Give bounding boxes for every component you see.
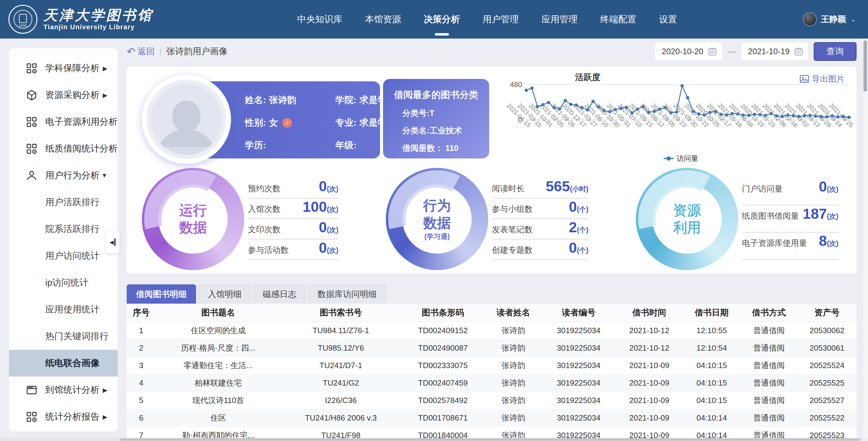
calendar-icon (794, 47, 803, 56)
stat-rings-row: 运行数据预约次数0(次)入馆次数100(次)文印次数0(次)参与活动数0(次)行… (142, 166, 838, 272)
library-logo[interactable]: 1895 天津大学图书馆 Tianjin University Library (8, 5, 153, 34)
table-cell: TU984.11/Z76-1 (281, 322, 401, 339)
chevron-right-icon: ▶ (103, 413, 107, 420)
query-button[interactable]: 查询 (814, 42, 857, 61)
stat-row-3: 电子资源库使用量8(次) (742, 233, 838, 260)
ring-label: 行为数据(学习通) (386, 168, 488, 270)
nav-item-1[interactable]: 中央知识库 (297, 0, 342, 39)
stat-value: 187(次) (803, 205, 838, 222)
nav-item-5[interactable]: 应用管理 (541, 0, 578, 39)
table-cell: TU241/G2 (281, 374, 401, 392)
profile-field-label: 年级: (335, 139, 356, 151)
table-cell: 普通借阅 (740, 339, 798, 357)
chevron-right-icon: ▶ (103, 386, 107, 394)
sidebar-subitem-4[interactable]: ip访问统计 (9, 269, 118, 296)
table-row: 5现代汉诗110首I226/C36TD002578492张诗韵301922503… (127, 392, 857, 409)
back-button[interactable]: ↶ 返回 (127, 46, 155, 57)
cube-icon (25, 89, 38, 102)
table-cell: 6 (127, 409, 156, 427)
table-cell: 张诗韵 (485, 322, 542, 339)
sidebar-subitem-1[interactable]: 用户活跃排行 (9, 189, 118, 216)
stat-label: 入馆次数 (248, 204, 280, 214)
stat-label: 发表笔记数 (492, 224, 533, 235)
table-cell: 3019225034 (542, 392, 616, 409)
profile-field-value: 女 (269, 116, 278, 129)
ring-label-line1: 资源 (673, 202, 701, 219)
nav-item-2[interactable]: 本馆资源 (365, 0, 401, 39)
tab-3[interactable]: 磁感日志 (253, 284, 306, 304)
vertical-scrollbar[interactable] (863, 39, 868, 438)
stat-unit: (次) (327, 226, 338, 234)
table-cell: TD002578492 (401, 392, 485, 409)
table-row: 3零通勤住宅：生活...TU241/D7-1TD002333075张诗韵3019… (127, 357, 857, 374)
column-header: 读者编号 (542, 304, 616, 322)
stat-unit: (次) (827, 212, 838, 220)
nav-item-4[interactable]: 用户管理 (483, 0, 519, 39)
stat-row-1: 阅读时长565(小时) (492, 178, 588, 199)
stat-unit: (次) (327, 246, 338, 254)
sidebar: 学科保障分析▶资源采购分析▶电子资源利用分析▶纸质借阅统计分析▶用户行为分析▼用… (9, 48, 118, 431)
nav-item-7[interactable]: 设置 (659, 0, 677, 39)
table-cell: 普通借阅 (740, 357, 798, 374)
table-cell: I226/C36 (281, 392, 401, 409)
table-cell: TD002409152 (401, 322, 485, 339)
logo-title: 天津大学图书馆 (43, 7, 153, 23)
table-cell: 普通借阅 (740, 392, 798, 409)
stat-label: 参与活动数 (248, 245, 289, 256)
sidebar-subitem-6[interactable]: 热门关键词排行 (9, 323, 118, 350)
sidebar-collapse-handle[interactable]: ◀ (105, 231, 119, 253)
sidebar-item-label: 学科保障分析 (45, 62, 103, 74)
ring-note: (学习通) (424, 232, 450, 241)
sidebar-item-4[interactable]: 纸质借阅统计分析▶ (9, 135, 118, 162)
legend-item-visits[interactable]: 访问量 (505, 154, 857, 163)
end-date-value: 2021-10-19 (748, 47, 789, 56)
collapse-arrow-icon: ◀ (110, 239, 114, 245)
table-cell: 2 (127, 339, 156, 357)
table-cell: 住区空间的生成 (156, 322, 280, 339)
sidebar-item-6[interactable]: 到馆统计分析▶ (9, 377, 118, 403)
calendar-icon (708, 47, 717, 56)
sidebar-item-7[interactable]: 统计分析报告▶ (9, 403, 118, 430)
table-cell: 柏林联建住宅 (156, 374, 280, 392)
tab-4[interactable]: 数据库访问明细 (308, 284, 386, 304)
sidebar-item-2[interactable]: 资源采购分析▶ (9, 81, 118, 108)
vertical-scrollbar-thumb[interactable] (864, 40, 867, 92)
end-date-input[interactable]: 2021-10-19 (741, 42, 808, 61)
activity-chart-block: 活跃度 48002021-04-152021-03-152021-10-0120… (505, 67, 857, 168)
tab-2[interactable]: 入馆明细 (198, 284, 251, 304)
user-name: 王静颖 (821, 13, 846, 25)
table-cell: TU241/H86 2006 v.3 (281, 409, 401, 427)
stat-ring-group-2: 行为数据(学习通)阅读时长565(小时)参与小组数0(个)发表笔记数2(个)创建… (386, 166, 588, 272)
sidebar-item-1[interactable]: 学科保障分析▶ (9, 55, 118, 81)
stat-unit: (次) (327, 185, 338, 193)
sidebar-subitem-3[interactable]: 用户访问统计 (9, 242, 118, 269)
donut-indigo: 行为数据(学习通) (386, 168, 488, 270)
horizontal-scrollbar-thumb[interactable] (120, 438, 860, 441)
stat-value: 565(小时) (546, 178, 588, 195)
column-header: 图书题名 (156, 304, 280, 322)
column-header: 借书日期 (683, 304, 740, 322)
table-cell: 张诗韵 (485, 392, 542, 409)
category-name: 分类名:工业技术 (402, 125, 489, 136)
table-body: 1住区空间的生成TU984.11/Z76-1TD002409152张诗韵3019… (127, 322, 857, 441)
sidebar-subitem-5[interactable]: 应用使用统计 (9, 296, 118, 323)
nav-item-3[interactable]: 决策分析 (424, 0, 460, 39)
ring-label-line2: 数据 (179, 219, 207, 236)
sidebar-subitem-7[interactable]: 纸电联合画像 (9, 350, 118, 377)
sidebar-subitem-2[interactable]: 院系活跃排行 (9, 216, 118, 242)
nav-item-6[interactable]: 终端配置 (600, 0, 637, 39)
stat-value: 8(次) (819, 233, 838, 249)
stat-label: 创建专题数 (492, 245, 533, 256)
user-menu[interactable]: 王静颖 ⌄ (803, 0, 856, 39)
sidebar-item-3[interactable]: 电子资源利用分析▶ (9, 108, 118, 135)
start-date-input[interactable]: 2020-10-20 (655, 42, 722, 61)
profile-field-label: 性别: (245, 116, 266, 129)
sidebar-item-5[interactable]: 用户行为分析▼ (9, 162, 118, 189)
tab-1[interactable]: 借阅图书明细 (127, 284, 196, 304)
profile-field-3: 性别:女♀ (245, 116, 335, 129)
table-cell: 张诗韵 (485, 339, 542, 357)
legend-label: 访问量 (677, 154, 699, 163)
horizontal-scrollbar[interactable] (0, 438, 863, 441)
stat-value: 2(个) (569, 219, 588, 236)
breadcrumb-bar: ↶ 返回 | 张诗韵用户画像 2020-10-20 — 2021-10-19 查… (0, 39, 868, 64)
